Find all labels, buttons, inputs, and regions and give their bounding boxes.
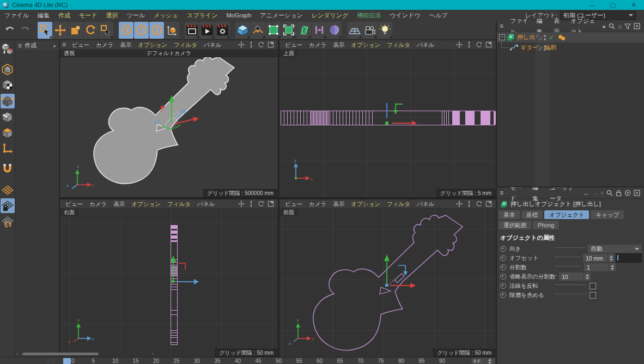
keyframe-circle-icon[interactable] bbox=[500, 292, 506, 298]
target-icon[interactable] bbox=[624, 190, 631, 196]
vp-menu-filter[interactable]: フィルタ bbox=[384, 199, 414, 208]
scrollbar-thumb[interactable] bbox=[22, 353, 99, 355]
maximize-button[interactable]: ▢ bbox=[603, 0, 623, 10]
spline-tools-button[interactable] bbox=[312, 22, 326, 39]
lock-workplane-button[interactable] bbox=[1, 198, 15, 213]
menu-mograph[interactable]: MoGraph bbox=[222, 10, 256, 21]
vp-menu-view[interactable]: ビュー bbox=[62, 199, 86, 208]
toggle-view-icon[interactable] bbox=[485, 41, 492, 48]
timeline-ruler[interactable]: ⋮⋮ 0 5 10 15 20 25 30 35 40 45 50 55 60 … bbox=[0, 357, 496, 364]
pen-spline-button[interactable] bbox=[251, 22, 265, 39]
dolly-view-icon[interactable] bbox=[466, 41, 472, 48]
camera-name[interactable]: デフォルトカメラ bbox=[60, 50, 278, 57]
camera-button[interactable] bbox=[362, 22, 377, 39]
dolly-view-icon[interactable] bbox=[248, 41, 254, 48]
menu-extensions[interactable]: 機能拡張 bbox=[353, 10, 385, 21]
keyframe-circle-icon[interactable] bbox=[500, 264, 506, 270]
pan-view-icon[interactable] bbox=[238, 201, 245, 207]
live-selection-tool[interactable] bbox=[38, 22, 52, 39]
viewport-perspective[interactable]: ≡ ビュー カメラ 表示 オプション フィルタ パネル 透視 デフォルトカメラ bbox=[60, 40, 278, 197]
floor-button[interactable] bbox=[347, 22, 362, 39]
model-mode-button[interactable] bbox=[1, 62, 15, 77]
enabled-checkmark-icon[interactable]: ✓ bbox=[549, 34, 554, 41]
tab-caps[interactable]: キャップ bbox=[591, 210, 624, 219]
menu-mode[interactable]: モード bbox=[75, 10, 102, 21]
move-tool[interactable] bbox=[53, 22, 68, 39]
hamburger-icon[interactable]: ≡ bbox=[62, 41, 65, 48]
vp-menu-camera[interactable]: カメラ bbox=[306, 40, 330, 49]
menu-tools[interactable]: ツール bbox=[123, 10, 150, 21]
vp-menu-filter[interactable]: フィルタ bbox=[384, 40, 414, 49]
offset-edit-input[interactable] bbox=[616, 253, 642, 263]
axis-lock-x-button[interactable]: X bbox=[119, 22, 133, 39]
frame-number-field[interactable]: 0 F bbox=[472, 358, 495, 364]
right-canvas[interactable]: 右面 bbox=[60, 209, 278, 357]
vp-menu-filter[interactable]: フィルタ bbox=[171, 40, 201, 49]
orientation-dropdown[interactable]: 自動 bbox=[588, 245, 642, 253]
menu-mesh[interactable]: メッシュ bbox=[149, 10, 183, 21]
rotate-tool[interactable] bbox=[83, 22, 98, 39]
add-panel-icon[interactable] bbox=[634, 23, 640, 29]
render-view-button[interactable] bbox=[185, 22, 199, 39]
texture-mode-button[interactable] bbox=[1, 78, 15, 93]
dolly-view-icon[interactable] bbox=[466, 201, 472, 207]
palette-header[interactable]: ≡ 作成 ▸ bbox=[15, 40, 59, 51]
vp-menu-panel[interactable]: パネル bbox=[414, 40, 438, 49]
edit-toggle[interactable] bbox=[536, 35, 542, 40]
toggle-view-icon[interactable] bbox=[268, 41, 274, 48]
light-button[interactable] bbox=[378, 22, 392, 39]
back-arrow-icon[interactable]: ← bbox=[584, 190, 590, 196]
vp-menu-panel[interactable]: パネル bbox=[201, 40, 224, 49]
vp-menu-options[interactable]: オプション bbox=[348, 40, 384, 49]
snap-magnet-button[interactable] bbox=[1, 162, 15, 177]
flip-normals-checkbox[interactable] bbox=[590, 283, 596, 289]
edit-render-settings-button[interactable] bbox=[215, 22, 230, 39]
redo-button[interactable] bbox=[17, 22, 32, 39]
rotate-view-icon[interactable] bbox=[476, 201, 482, 207]
vp-menu-options[interactable]: オプション bbox=[128, 199, 164, 208]
object-row-guitar-outline[interactable]: ギター・輪郭 ✓ bbox=[497, 43, 644, 53]
pan-view-icon[interactable] bbox=[456, 41, 463, 48]
point-mode-button[interactable] bbox=[1, 94, 15, 108]
toggle-view-icon[interactable] bbox=[268, 201, 274, 207]
vp-menu-view[interactable]: ビュー bbox=[282, 199, 306, 208]
up-arrow-icon[interactable]: ↑ bbox=[601, 190, 604, 196]
home-icon[interactable]: ⌂ bbox=[618, 23, 622, 29]
menu-edit[interactable]: 編集 bbox=[33, 10, 54, 21]
vp-menu-panel[interactable]: パネル bbox=[194, 199, 218, 208]
add-cube-primitive-button[interactable] bbox=[235, 22, 250, 39]
planar-workplane-button[interactable] bbox=[1, 214, 15, 229]
add-panel-icon[interactable] bbox=[634, 190, 640, 196]
minimize-button[interactable]: — bbox=[582, 0, 603, 10]
edit-toggle[interactable] bbox=[536, 45, 542, 51]
axis-lock-z-button[interactable]: Z bbox=[149, 22, 164, 39]
vp-menu-camera[interactable]: カメラ bbox=[306, 199, 330, 208]
visibility-dots[interactable] bbox=[544, 35, 546, 40]
guitar-extrude-mesh[interactable]: Y x z bbox=[60, 57, 278, 197]
pan-view-icon[interactable] bbox=[456, 201, 463, 207]
object-manager-tree[interactable]: − 押し出し ✓ ギター・輪郭 ✓ bbox=[497, 32, 644, 187]
spinner-arrows-icon[interactable] bbox=[609, 263, 616, 271]
search-icon[interactable] bbox=[609, 23, 615, 29]
tab-coordinates[interactable]: 座標 bbox=[521, 210, 543, 219]
viewport-front[interactable]: ビュー カメラ 表示 オプション フィルタ パネル 前面 bbox=[280, 199, 496, 357]
front-canvas[interactable]: 前面 Y bbox=[280, 209, 496, 357]
pan-view-icon[interactable] bbox=[238, 41, 245, 48]
filter-icon[interactable] bbox=[624, 23, 631, 29]
make-editable-button[interactable] bbox=[1, 41, 15, 56]
menu-window[interactable]: ウインドウ bbox=[385, 10, 424, 21]
vp-menu-camera[interactable]: カメラ bbox=[86, 199, 110, 208]
viewport-right[interactable]: ビュー カメラ 表示 オプション フィルタ パネル 右面 bbox=[60, 199, 278, 357]
tab-basic[interactable]: 基本 bbox=[499, 210, 520, 219]
object-row-extrude[interactable]: − 押し出し ✓ bbox=[497, 32, 644, 43]
iso-subdivisions-stepper[interactable]: 10 bbox=[559, 272, 591, 281]
top-canvas[interactable]: 上面 bbox=[280, 50, 496, 197]
menu-create[interactable]: 作成 bbox=[54, 10, 75, 21]
toggle-view-icon[interactable] bbox=[485, 201, 492, 207]
keyframe-circle-icon[interactable] bbox=[500, 274, 506, 280]
vp-menu-options[interactable]: オプション bbox=[135, 40, 171, 49]
chevron-right-icon[interactable]: ▸ bbox=[603, 23, 606, 29]
lock-icon[interactable] bbox=[616, 190, 622, 196]
current-frame-marker[interactable] bbox=[63, 358, 71, 364]
generator-tag-icon[interactable] bbox=[558, 35, 565, 40]
